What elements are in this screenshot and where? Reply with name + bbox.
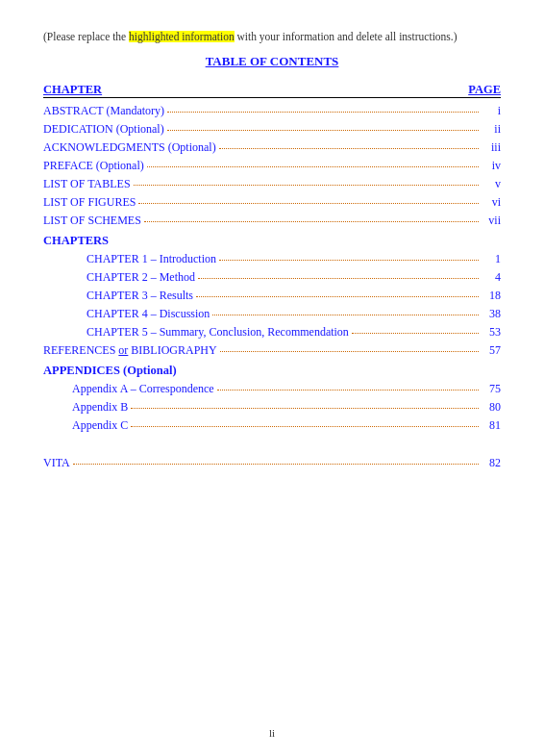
toc-appendix-b: Appendix B 80 [72, 400, 501, 415]
vita-section: VITA 82 [43, 456, 501, 470]
toc-list-schemes-dots [144, 221, 479, 222]
chapter-header-label: CHAPTER [43, 83, 102, 97]
chapters-section-header: CHAPTERS [43, 234, 501, 248]
toc-list-tables: LIST OF TABLES v [43, 177, 501, 191]
toc-references-label: REFERENCES or BIBLIOGRAPHY [43, 343, 217, 358]
toc-acknowledgments-dots [219, 148, 479, 149]
toc-vita: VITA 82 [43, 456, 501, 470]
toc-chapter-3: CHAPTER 3 – Results 18 [87, 289, 501, 303]
toc-appendix-b-page: 80 [482, 400, 501, 415]
toc-vita-label: VITA [43, 456, 70, 470]
toc-chapter-2-page: 4 [482, 270, 501, 285]
toc-list-schemes-label: LIST OF SCHEMES [43, 214, 141, 228]
page-title: TABLE OF CONTENTS [43, 54, 501, 69]
appendices-section-header: APPENDICES (Optional) [43, 364, 501, 378]
page: (Please replace the highlighted informat… [0, 0, 544, 756]
toc-appendix-c-page: 81 [482, 418, 501, 433]
toc-vita-page: 82 [482, 456, 501, 470]
toc-appendix-a-label: Appendix A – Correspondence [72, 382, 214, 396]
toc-appendix-c-label: Appendix C [72, 418, 128, 433]
toc-chapter-3-page: 18 [482, 289, 501, 303]
toc-abstract-dots [167, 112, 479, 113]
toc-dedication: DEDICATION (Optional) ii [43, 122, 501, 137]
toc-chapter-3-label: CHAPTER 3 – Results [87, 289, 193, 303]
toc-chapter-4: CHAPTER 4 – Discussion 38 [87, 307, 501, 321]
toc-appendix-c: Appendix C 81 [72, 418, 501, 433]
toc-chapter-1: CHAPTER 1 – Introduction 1 [87, 252, 501, 266]
toc-appendix-a-dots [217, 390, 479, 391]
toc-preface-page: iv [482, 159, 501, 173]
toc-references-dots [220, 351, 479, 352]
toc-appendix-a: Appendix A – Correspondence 75 [72, 382, 501, 396]
toc-chapter-4-label: CHAPTER 4 – Discussion [87, 307, 210, 321]
toc-preface-label: PREFACE (Optional) [43, 159, 144, 173]
chapters-list: CHAPTER 1 – Introduction 1 CHAPTER 2 – M… [43, 252, 501, 340]
toc-chapter-2-label: CHAPTER 2 – Method [87, 270, 195, 285]
toc-chapter-4-page: 38 [482, 307, 501, 321]
toc-chapter-1-label: CHAPTER 1 – Introduction [87, 252, 216, 266]
toc-list-tables-page: v [482, 177, 501, 191]
toc-dedication-page: ii [482, 122, 501, 137]
toc-appendix-a-page: 75 [482, 382, 501, 396]
toc-acknowledgments-page: iii [482, 140, 501, 155]
toc-list-tables-dots [134, 185, 479, 186]
toc-chapter-1-dots [219, 260, 479, 261]
toc-chapter-2-dots [198, 278, 479, 279]
toc-chapter-5: CHAPTER 5 – Summary, Conclusion, Recomme… [87, 325, 501, 340]
toc-vita-dots [73, 464, 479, 465]
toc-chapter-5-page: 53 [482, 325, 501, 340]
toc-acknowledgments: ACKNOWLEDGMENTS (Optional) iii [43, 140, 501, 155]
toc-list-figures-dots [138, 203, 479, 204]
toc-chapter-2: CHAPTER 2 – Method 4 [87, 270, 501, 285]
toc-list-figures-page: vi [482, 195, 501, 210]
toc-preface-dots [147, 166, 479, 167]
page-header-label: PAGE [468, 83, 501, 97]
toc-references: REFERENCES or BIBLIOGRAPHY 57 [43, 343, 501, 358]
toc-list-schemes: LIST OF SCHEMES vii [43, 214, 501, 228]
toc-preface: PREFACE (Optional) iv [43, 159, 501, 173]
toc-chapter-5-label: CHAPTER 5 – Summary, Conclusion, Recomme… [87, 325, 349, 340]
toc-chapter-5-dots [352, 333, 479, 334]
toc-list-figures: LIST OF FIGURES vi [43, 195, 501, 210]
toc-list-schemes-page: vii [482, 214, 501, 228]
toc-acknowledgments-label: ACKNOWLEDGMENTS (Optional) [43, 140, 216, 155]
toc-abstract-page: i [482, 104, 501, 118]
toc-dedication-dots [167, 130, 479, 131]
page-footer: li [0, 727, 544, 739]
footer-page-number: li [269, 727, 275, 739]
toc-abstract-label: ABSTRACT (Mandatory) [43, 104, 164, 118]
toc-header: CHAPTER PAGE [43, 83, 501, 98]
toc-appendix-b-dots [131, 408, 479, 409]
toc-list-figures-label: LIST OF FIGURES [43, 195, 136, 210]
toc-chapter-3-dots [196, 296, 479, 297]
instruction-text: (Please replace the highlighted informat… [43, 29, 501, 44]
toc-references-page: 57 [482, 343, 501, 358]
toc-chapter-1-page: 1 [482, 252, 501, 266]
toc-list-tables-label: LIST OF TABLES [43, 177, 131, 191]
toc-appendix-c-dots [131, 426, 479, 427]
appendices-list: Appendix A – Correspondence 75 Appendix … [43, 382, 501, 433]
toc-abstract: ABSTRACT (Mandatory) i [43, 104, 501, 118]
toc-chapter-4-dots [212, 315, 479, 315]
toc-appendix-b-label: Appendix B [72, 400, 128, 415]
toc-dedication-label: DEDICATION (Optional) [43, 122, 164, 137]
